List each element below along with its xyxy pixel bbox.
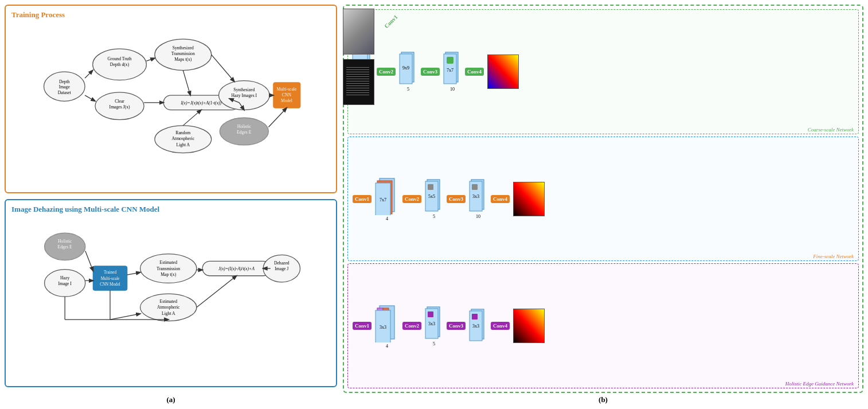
svg-line-42 xyxy=(268,108,287,127)
dehazing-section: Image Dehazing using Multi-scale CNN Mod… xyxy=(5,199,337,388)
svg-rect-92 xyxy=(428,184,433,190)
svg-text:Model: Model xyxy=(281,98,292,103)
svg-text:Image J: Image J xyxy=(275,266,288,271)
svg-line-75 xyxy=(110,313,140,319)
holistic-input-vol: 3x3 4 xyxy=(375,303,399,349)
coarse-network-label: Coarse-scale Network xyxy=(808,127,854,133)
svg-text:3x3: 3x3 xyxy=(428,321,435,326)
holistic-third-vol: 3x3 xyxy=(469,308,487,344)
right-content: 11x11 5 Conv2 9x9 5 Conv3 xyxy=(343,5,863,393)
holistic-network-label: Holistic Edge Guidance Network xyxy=(785,381,854,387)
svg-text:9x9: 9x9 xyxy=(402,65,409,71)
fine-conv4-arrow: Conv4 xyxy=(491,195,510,203)
svg-text:Holistic: Holistic xyxy=(237,124,252,129)
svg-text:3x3: 3x3 xyxy=(472,324,479,329)
svg-text:Dataset: Dataset xyxy=(58,90,72,95)
svg-text:Depth d(x): Depth d(x) xyxy=(110,62,130,67)
fine-network-row: Conv1 7x7 4 Conv2 5x5 xyxy=(347,137,859,262)
svg-text:Atmospheric: Atmospheric xyxy=(172,136,195,141)
fine-heatmap xyxy=(513,182,545,216)
svg-rect-109 xyxy=(472,314,478,320)
svg-text:Image I: Image I xyxy=(58,281,72,286)
svg-text:Images J(x): Images J(x) xyxy=(110,104,130,110)
fine-third-size: 10 xyxy=(476,214,480,219)
coarse-conv3-arrow: Conv3 xyxy=(421,68,440,76)
coarse-network-row: 11x11 5 Conv2 9x9 5 Conv3 xyxy=(347,9,859,134)
training-title: Training Process xyxy=(11,10,330,20)
svg-line-39 xyxy=(212,54,234,81)
coarse-third-vol-svg: 7x7 xyxy=(443,51,462,85)
holistic-network-row: Conv1 3x3 4 Conv2 3x xyxy=(347,263,859,388)
fine-input-size: 4 xyxy=(386,216,388,221)
svg-text:Edges E: Edges E xyxy=(237,130,252,135)
coarse-mid-size: 5 xyxy=(407,87,409,92)
left-panel: Training Process Depth Image Dataset Gro… xyxy=(5,5,337,404)
fine-third-svg: 3x3 xyxy=(469,178,487,213)
svg-text:Ground Truth: Ground Truth xyxy=(108,56,132,61)
svg-text:Dehazed: Dehazed xyxy=(274,260,290,266)
svg-line-33 xyxy=(183,71,190,95)
svg-text:Multi-scale: Multi-scale xyxy=(276,87,296,92)
holistic-mid-size: 5 xyxy=(433,341,435,346)
svg-text:Light A: Light A xyxy=(162,310,175,315)
svg-text:Edges E: Edges E xyxy=(58,244,73,250)
fine-conv1-arrow: Conv1 xyxy=(353,195,372,203)
holistic-conv3-arrow: Conv3 xyxy=(447,322,466,330)
svg-text:Transmission: Transmission xyxy=(157,266,180,271)
svg-text:Clear: Clear xyxy=(115,99,124,104)
svg-text:CNN Model: CNN Model xyxy=(100,282,120,286)
input-edge-image xyxy=(343,59,374,105)
svg-rect-105 xyxy=(428,311,433,317)
coarse-conv4-arrow: Conv4 xyxy=(465,68,484,76)
coarse-conv2-arrow: Conv2 xyxy=(377,68,396,76)
fine-mid-vol: 5x5 5 xyxy=(425,178,443,219)
holistic-input-size: 4 xyxy=(386,344,388,349)
fine-mid-size: 5 xyxy=(433,214,435,219)
fine-network-label: Fine-scale Network xyxy=(813,254,854,259)
svg-line-32 xyxy=(146,58,154,61)
svg-text:Hazy Images I: Hazy Images I xyxy=(231,93,257,98)
svg-text:Transmission: Transmission xyxy=(171,51,195,56)
svg-text:Hazy: Hazy xyxy=(60,275,69,280)
training-section: Training Process Depth Image Dataset Gro… xyxy=(5,5,337,193)
svg-text:Atmospheric: Atmospheric xyxy=(157,305,180,310)
svg-text:7x7: 7x7 xyxy=(447,68,453,73)
holistic-conv1-arrow: Conv1 xyxy=(353,322,372,330)
coarse-third-vol: 7x7 10 xyxy=(443,51,462,92)
svg-line-35 xyxy=(183,110,201,126)
fine-mid-svg: 5x5 xyxy=(425,178,443,213)
svg-text:3x3: 3x3 xyxy=(472,194,479,199)
svg-text:Synthesized: Synthesized xyxy=(173,45,194,50)
fine-conv2-arrow: Conv2 xyxy=(402,195,421,203)
svg-text:Light A: Light A xyxy=(176,142,190,147)
svg-text:Maps t(x): Maps t(x) xyxy=(174,57,191,62)
svg-rect-84 xyxy=(447,57,453,64)
input-hazy-image xyxy=(343,9,374,54)
svg-line-31 xyxy=(85,95,95,101)
holistic-mid-vol: 3x3 5 xyxy=(425,306,443,346)
fine-input-svg: 7x7 xyxy=(375,176,399,215)
svg-line-30 xyxy=(85,71,93,79)
fine-conv3-arrow: Conv3 xyxy=(447,195,466,203)
training-diagram: Depth Image Dataset Ground Truth Depth d… xyxy=(11,23,330,155)
holistic-heatmap xyxy=(513,309,545,343)
svg-text:3x3: 3x3 xyxy=(380,325,386,330)
right-wrapper: 11x11 5 Conv2 9x9 5 Conv3 xyxy=(343,5,863,404)
coarse-third-size: 10 xyxy=(450,87,455,92)
svg-text:Multi-scale: Multi-scale xyxy=(101,276,120,281)
svg-text:Random: Random xyxy=(175,130,190,135)
svg-text:Holistic: Holistic xyxy=(58,239,72,244)
panel-b-label: (b) xyxy=(343,393,863,404)
dehazing-title: Image Dehazing using Multi-scale CNN Mod… xyxy=(11,205,330,214)
fine-third-vol: 3x3 10 xyxy=(469,178,487,219)
coarse-output xyxy=(487,54,519,89)
fine-input-vol: 7x7 4 xyxy=(375,176,399,221)
holistic-conv4-arrow: Conv4 xyxy=(491,322,510,330)
svg-text:Estimated: Estimated xyxy=(160,260,178,265)
svg-line-68 xyxy=(127,272,140,274)
svg-text:Map t(x): Map t(x) xyxy=(161,271,176,276)
svg-text:Synthesized: Synthesized xyxy=(233,87,255,92)
holistic-input-svg: 3x3 xyxy=(375,303,399,342)
dehazing-diagram: Holistic Edges E Hazy Image I Trained Mu… xyxy=(11,217,330,329)
panel-a-label: (a) xyxy=(5,393,337,404)
